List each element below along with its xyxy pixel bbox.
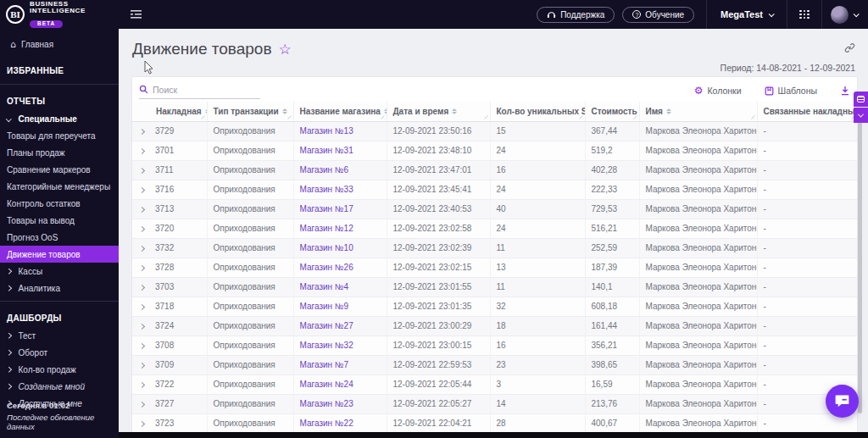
support-button[interactable]: Поддержка (537, 7, 615, 23)
collapse-panel-button[interactable] (854, 108, 868, 123)
cell-unique-sku-count: 16 (490, 335, 585, 355)
row-expand-icon[interactable] (139, 246, 145, 252)
sidebar-item-cash-registers[interactable]: Кассы (0, 263, 119, 280)
favorite-star-icon[interactable]: ☆ (279, 41, 292, 58)
sidebar-item-analytics[interactable]: Аналитика (0, 280, 119, 297)
sidebar-item-label: ОТЧЕТЫ (7, 97, 45, 106)
sidebar-item-label: Оборот (19, 348, 48, 358)
row-expand-icon[interactable] (139, 129, 145, 135)
store-link[interactable]: Магазин №13 (293, 121, 387, 141)
bi-logo-icon: BI (6, 5, 25, 24)
sidebar-item-created-by-me[interactable]: Созданные мной (0, 378, 119, 395)
cell-cost: 398,65 (585, 355, 639, 374)
training-button[interactable]: ? Обучение (622, 7, 694, 23)
sidebar-item-home[interactable]: ⌂Главная (0, 34, 119, 54)
row-expand-icon[interactable] (139, 285, 145, 291)
cell-datetime: 12-09-2021 23:50:16 (387, 121, 490, 141)
store-link[interactable]: Магазин №4 (293, 277, 387, 297)
columns-button[interactable]: ⚙ Колонки (694, 86, 742, 96)
search-box[interactable] (139, 82, 260, 99)
horizontal-scrollbar[interactable] (119, 432, 868, 438)
cell-transaction-type: Оприходования (207, 316, 293, 335)
sort-icon[interactable] (282, 108, 287, 114)
store-link[interactable]: Магазин №26 (293, 258, 387, 277)
store-link[interactable]: Магазин №27 (293, 316, 387, 335)
row-expand-icon[interactable] (139, 363, 145, 369)
cell-name: Маркова Элеонора Харитоновна (639, 297, 757, 316)
sidebar-item-goods-withdrawal[interactable]: Товары на вывод (0, 212, 119, 229)
column-label: Кол-во уникальных SKU (497, 107, 586, 116)
cell-invoice: 3718 (132, 297, 207, 316)
column-header-name[interactable]: Имя (639, 102, 757, 121)
sort-icon[interactable] (666, 108, 671, 114)
store-link[interactable]: Магазин №33 (293, 180, 387, 199)
row-expand-icon[interactable] (139, 265, 145, 271)
row-expand-icon[interactable] (139, 402, 145, 408)
store-link[interactable]: Магазин №22 (293, 413, 387, 433)
table-view-button[interactable] (854, 91, 868, 107)
sidebar-item-goods-movement[interactable]: Движение товаров (0, 246, 119, 263)
store-link[interactable]: Магазин №17 (293, 199, 387, 219)
columns-label: Колонки (707, 86, 741, 96)
chevron-right-icon (6, 333, 11, 338)
cell-cost: 140,1 (585, 277, 639, 297)
apps-grid-button[interactable] (787, 10, 821, 19)
store-link[interactable]: Магазин №32 (293, 335, 387, 355)
row-expand-icon[interactable] (139, 168, 145, 174)
row-expand-icon[interactable] (139, 148, 145, 154)
cell-cost: 356,21 (585, 335, 639, 355)
sidebar-item-reports-section: ОТЧЕТЫ (0, 91, 119, 110)
user-menu[interactable] (822, 6, 868, 24)
vertical-scrollbar[interactable] (858, 119, 862, 413)
training-icon: ? (632, 10, 641, 19)
row-expand-icon[interactable] (139, 187, 145, 193)
row-expand-icon[interactable] (139, 421, 145, 427)
templates-button[interactable]: Шаблоны (765, 86, 817, 96)
workspace-selector[interactable]: MegaTest (707, 9, 787, 19)
search-input[interactable] (153, 85, 253, 95)
column-header-datetime[interactable]: Дата и время (387, 102, 490, 121)
row-expand-icon[interactable] (139, 304, 145, 310)
store-link[interactable]: Магазин №31 (293, 141, 387, 160)
table-row: 3723ОприходованияМагазин №2212-09-2021 2… (132, 413, 857, 433)
column-header-store-name[interactable]: Название магазина (293, 102, 387, 121)
column-header-unique-sku-count[interactable]: Кол-во уникальных SKU (490, 102, 585, 121)
column-header-invoice[interactable]: Накладная (132, 102, 207, 121)
cell-transaction-type: Оприходования (207, 413, 293, 433)
column-header-transaction-type[interactable]: Тип транзакции (207, 102, 293, 121)
sidebar-item-sales-plans[interactable]: Планы продаж (0, 144, 119, 161)
sidebar-item-turnover[interactable]: Оборот (0, 344, 119, 361)
sidebar-item-sales-count[interactable]: Кол-во продаж (0, 361, 119, 378)
sidebar-item-label: Планы продаж (7, 148, 64, 158)
sidebar-item-goods-recount[interactable]: Товары для переучета (0, 127, 119, 144)
cell-datetime: 12-09-2021 22:59:53 (387, 355, 490, 374)
store-link[interactable]: Магазин №9 (293, 297, 387, 316)
download-button[interactable] (840, 86, 850, 96)
sidebar-item-category-managers[interactable]: Категорийные менеджеры (0, 178, 119, 195)
support-label: Поддержка (560, 10, 604, 19)
row-expand-icon[interactable] (139, 343, 145, 349)
store-link[interactable]: Магазин №23 (293, 394, 387, 413)
app-logo[interactable]: BI BUSINESS INTELLIGENCE BETA (0, 0, 119, 29)
row-expand-icon[interactable] (139, 382, 145, 388)
sidebar-item-test[interactable]: Тест (0, 327, 119, 344)
copy-link-button[interactable] (844, 42, 855, 57)
chat-button[interactable] (826, 385, 859, 418)
store-link[interactable]: Магазин №12 (293, 219, 387, 238)
store-link[interactable]: Магазин №10 (293, 238, 387, 258)
sort-icon[interactable] (452, 108, 457, 114)
sidebar-item-oos-forecast[interactable]: Прогноз OoS (0, 229, 119, 246)
store-link[interactable]: Магазин №6 (293, 160, 387, 180)
sidebar-item-special-group[interactable]: Специальные (0, 110, 119, 127)
sidebar-item-markers-compare[interactable]: Сравнение маркеров (0, 161, 119, 178)
sidebar-item-label: ДАШБОРДЫ (7, 313, 62, 323)
store-link[interactable]: Магазин №7 (293, 355, 387, 374)
store-link[interactable]: Магазин №24 (293, 374, 387, 394)
row-expand-icon[interactable] (139, 324, 145, 330)
column-header-related-invoices[interactable]: Связанные накладные (757, 102, 857, 121)
sidebar-toggle-button[interactable] (131, 9, 142, 19)
row-expand-icon[interactable] (139, 207, 145, 213)
sidebar-item-stock-control[interactable]: Контроль остатков (0, 195, 119, 212)
row-expand-icon[interactable] (139, 226, 145, 232)
column-header-cost[interactable]: Стоимость (585, 102, 639, 121)
